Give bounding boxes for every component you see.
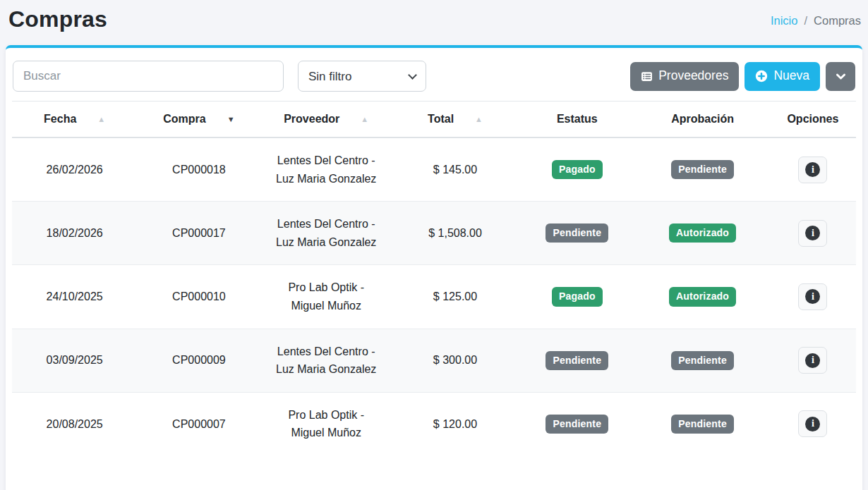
- column-label: Opciones: [787, 113, 838, 125]
- cell-proveedor: Pro Lab Optik - Miguel Muñoz: [261, 265, 392, 329]
- approval-badge: Autorizado: [669, 223, 736, 243]
- new-purchase-button[interactable]: Nueva: [745, 62, 820, 91]
- compras-card: Sin filtro Proveedores Nueva: [6, 45, 862, 490]
- purchases-table-wrap: Fecha▲ Compra▼ Proveedor▲ Total▲ Estatus…: [6, 101, 862, 455]
- cell-estatus: Pendiente: [519, 392, 635, 455]
- cell-proveedor: Lentes Del Centro - Luz Maria Gonzalez: [261, 202, 392, 265]
- cell-proveedor: Pro Lab Optik - Miguel Muñoz: [261, 392, 392, 455]
- cell-aprobacion: Autorizado: [635, 265, 769, 329]
- cell-fecha: 18/02/2026: [12, 202, 137, 265]
- cell-compra: CP000010: [137, 265, 260, 329]
- approval-badge: Autorizado: [669, 287, 736, 306]
- cell-total: $ 125.00: [392, 265, 519, 329]
- breadcrumb: Inicio / Compras: [771, 6, 861, 27]
- cell-compra: CP000017: [137, 202, 260, 265]
- page-header: Compras Inicio / Compras: [0, 0, 868, 45]
- cell-fecha: 03/09/2025: [12, 329, 137, 392]
- compras-page: Compras Inicio / Compras Sin filtro: [0, 0, 868, 490]
- cell-total: $ 120.00: [392, 392, 519, 455]
- column-header-total[interactable]: Total▲: [392, 102, 519, 138]
- proveedor-text: Pro Lab Optik - Miguel Muñoz: [272, 406, 380, 442]
- cell-estatus: Pagado: [519, 137, 635, 202]
- table-row: 26/02/2026 CP000018 Lentes Del Centro - …: [12, 137, 856, 202]
- sort-arrow-icon: ▲: [475, 115, 483, 123]
- row-info-button[interactable]: [798, 410, 827, 437]
- search-input[interactable]: [13, 61, 284, 92]
- new-purchase-button-label: Nueva: [773, 70, 809, 82]
- proveedor-text: Lentes Del Centro - Luz Maria Gonzalez: [272, 152, 380, 188]
- column-header-aprobacion: Aprobación: [635, 102, 769, 138]
- breadcrumb-link-inicio[interactable]: Inicio: [771, 14, 798, 27]
- column-header-opciones: Opciones: [770, 102, 856, 138]
- row-info-button[interactable]: [798, 283, 827, 310]
- breadcrumb-separator: /: [804, 14, 807, 27]
- table-row: 03/09/2025 CP000009 Lentes Del Centro - …: [12, 329, 856, 392]
- cell-proveedor: Lentes Del Centro - Luz Maria Gonzalez: [261, 329, 392, 392]
- cell-total: $ 300.00: [392, 329, 519, 392]
- column-label: Aprobación: [671, 113, 734, 125]
- column-header-fecha[interactable]: Fecha▲: [12, 102, 137, 138]
- cell-compra: CP000009: [137, 329, 260, 392]
- column-header-estatus: Estatus: [519, 102, 635, 138]
- row-info-button[interactable]: [798, 220, 827, 247]
- cell-compra: CP000007: [137, 392, 260, 455]
- status-badge: Pagado: [552, 287, 603, 306]
- plus-circle-icon: [755, 70, 768, 82]
- info-icon: [805, 162, 820, 177]
- page-title: Compras: [8, 6, 107, 32]
- breadcrumb-current: Compras: [814, 14, 861, 27]
- row-info-button[interactable]: [798, 157, 827, 183]
- table-row: 18/02/2026 CP000017 Lentes Del Centro - …: [12, 202, 856, 265]
- proveedor-text: Lentes Del Centro - Luz Maria Gonzalez: [272, 343, 380, 379]
- approval-badge: Pendiente: [671, 160, 734, 179]
- list-icon: [641, 71, 653, 82]
- row-info-button[interactable]: [798, 347, 827, 374]
- cell-opciones: [770, 392, 856, 455]
- chevron-down-icon: [835, 71, 847, 82]
- info-icon: [805, 226, 820, 240]
- cell-opciones: [770, 137, 856, 202]
- cell-opciones: [770, 202, 856, 265]
- cell-estatus: Pagado: [519, 265, 635, 329]
- info-icon: [805, 353, 820, 368]
- column-label: Total: [428, 113, 454, 125]
- approval-badge: Pendiente: [671, 415, 734, 434]
- cell-fecha: 24/10/2025: [12, 265, 137, 329]
- cell-fecha: 20/08/2025: [12, 392, 137, 455]
- cell-estatus: Pendiente: [519, 202, 635, 265]
- proveedor-text: Lentes Del Centro - Luz Maria Gonzalez: [272, 215, 380, 251]
- column-label: Estatus: [557, 113, 598, 125]
- column-label: Fecha: [44, 113, 76, 125]
- column-header-proveedor[interactable]: Proveedor▲: [261, 102, 392, 138]
- cell-total: $ 145.00: [392, 137, 519, 202]
- column-label: Proveedor: [284, 113, 339, 125]
- cell-aprobacion: Pendiente: [635, 137, 769, 202]
- status-badge: Pendiente: [545, 415, 608, 434]
- purchases-table: Fecha▲ Compra▼ Proveedor▲ Total▲ Estatus…: [12, 101, 856, 455]
- toolbar-actions: Proveedores Nueva: [630, 62, 855, 91]
- cell-opciones: [770, 265, 856, 329]
- column-label: Compra: [163, 113, 205, 125]
- cell-aprobacion: Pendiente: [635, 392, 769, 455]
- approval-badge: Pendiente: [671, 351, 734, 370]
- status-badge: Pendiente: [545, 223, 608, 243]
- sort-arrow-icon: ▲: [361, 115, 368, 123]
- sort-arrow-icon: ▲: [97, 115, 105, 123]
- providers-button-label: Proveedores: [658, 70, 728, 82]
- cell-compra: CP000018: [137, 137, 260, 202]
- cell-opciones: [770, 329, 856, 392]
- cell-aprobacion: Autorizado: [635, 202, 769, 265]
- status-badge: Pagado: [552, 160, 603, 179]
- providers-button[interactable]: Proveedores: [630, 62, 739, 91]
- cell-proveedor: Lentes Del Centro - Luz Maria Gonzalez: [261, 137, 392, 202]
- filter-select-wrap: Sin filtro: [298, 61, 426, 92]
- table-row: 24/10/2025 CP000010 Pro Lab Optik - Migu…: [12, 265, 856, 329]
- table-row: 20/08/2025 CP000007 Pro Lab Optik - Migu…: [12, 392, 856, 455]
- cell-aprobacion: Pendiente: [635, 329, 769, 392]
- toolbar: Sin filtro Proveedores Nueva: [6, 48, 862, 101]
- status-badge: Pendiente: [545, 351, 608, 370]
- column-header-compra[interactable]: Compra▼: [137, 102, 260, 138]
- filter-select[interactable]: Sin filtro: [298, 61, 426, 92]
- expand-actions-button[interactable]: [826, 62, 855, 91]
- info-icon: [805, 417, 820, 431]
